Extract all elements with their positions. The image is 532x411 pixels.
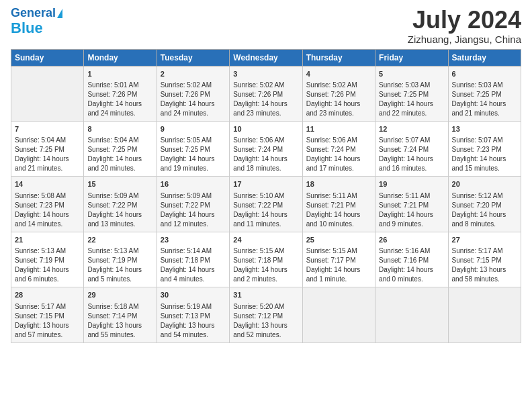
main-container: General Blue July 2024 Zizhuang, Jiangsu… xyxy=(0,0,532,350)
day-info: Sunrise: 5:20 AM Sunset: 7:12 PM Dayligh… xyxy=(233,302,298,340)
day-number: 26 xyxy=(379,235,444,245)
day-number: 14 xyxy=(15,179,80,189)
day-number: 9 xyxy=(161,124,226,134)
day-cell: 21Sunrise: 5:13 AM Sunset: 7:19 PM Dayli… xyxy=(11,232,84,287)
logo-text-blue: Blue xyxy=(11,20,43,36)
day-cell: 23Sunrise: 5:14 AM Sunset: 7:18 PM Dayli… xyxy=(157,232,229,287)
day-number: 30 xyxy=(161,290,226,300)
day-info: Sunrise: 5:05 AM Sunset: 7:25 PM Dayligh… xyxy=(161,136,226,173)
header: General Blue July 2024 Zizhuang, Jiangsu… xyxy=(11,7,521,45)
logo: General Blue xyxy=(11,7,62,36)
day-info: Sunrise: 5:04 AM Sunset: 7:25 PM Dayligh… xyxy=(87,136,152,173)
location: Zizhuang, Jiangsu, China xyxy=(408,34,521,45)
day-info: Sunrise: 5:17 AM Sunset: 7:15 PM Dayligh… xyxy=(452,246,517,284)
calendar-table: SundayMondayTuesdayWednesdayThursdayFrid… xyxy=(11,49,521,343)
week-row-2: 7Sunrise: 5:04 AM Sunset: 7:25 PM Daylig… xyxy=(11,121,521,176)
day-number: 28 xyxy=(15,290,80,300)
week-row-5: 28Sunrise: 5:17 AM Sunset: 7:15 PM Dayli… xyxy=(11,287,521,342)
day-info: Sunrise: 5:10 AM Sunset: 7:22 PM Dayligh… xyxy=(233,191,298,229)
day-number: 13 xyxy=(452,124,517,134)
header-day-wednesday: Wednesday xyxy=(230,49,302,66)
day-number: 29 xyxy=(87,290,152,300)
day-cell: 6Sunrise: 5:03 AM Sunset: 7:25 PM Daylig… xyxy=(448,66,521,121)
day-cell: 13Sunrise: 5:07 AM Sunset: 7:23 PM Dayli… xyxy=(448,121,521,176)
day-cell: 17Sunrise: 5:10 AM Sunset: 7:22 PM Dayli… xyxy=(230,177,302,232)
day-number: 6 xyxy=(452,69,517,79)
day-cell: 29Sunrise: 5:18 AM Sunset: 7:14 PM Dayli… xyxy=(84,287,157,342)
day-cell: 1Sunrise: 5:01 AM Sunset: 7:26 PM Daylig… xyxy=(84,66,157,121)
month-title: July 2024 xyxy=(408,7,521,34)
day-info: Sunrise: 5:13 AM Sunset: 7:19 PM Dayligh… xyxy=(15,246,80,284)
day-info: Sunrise: 5:11 AM Sunset: 7:21 PM Dayligh… xyxy=(306,191,371,229)
day-info: Sunrise: 5:09 AM Sunset: 7:22 PM Dayligh… xyxy=(161,191,226,229)
day-number: 4 xyxy=(306,69,371,79)
day-cell: 8Sunrise: 5:04 AM Sunset: 7:25 PM Daylig… xyxy=(84,121,157,176)
day-cell: 27Sunrise: 5:17 AM Sunset: 7:15 PM Dayli… xyxy=(448,232,521,287)
header-day-sunday: Sunday xyxy=(11,49,84,66)
day-cell xyxy=(11,66,84,121)
week-row-1: 1Sunrise: 5:01 AM Sunset: 7:26 PM Daylig… xyxy=(11,66,521,121)
day-info: Sunrise: 5:18 AM Sunset: 7:14 PM Dayligh… xyxy=(87,302,152,340)
day-number: 19 xyxy=(379,179,444,189)
day-number: 27 xyxy=(452,235,517,245)
day-info: Sunrise: 5:12 AM Sunset: 7:20 PM Dayligh… xyxy=(452,191,517,229)
day-number: 5 xyxy=(379,69,444,79)
week-row-3: 14Sunrise: 5:08 AM Sunset: 7:23 PM Dayli… xyxy=(11,177,521,232)
title-block: July 2024 Zizhuang, Jiangsu, China xyxy=(408,7,521,45)
day-number: 10 xyxy=(233,124,298,134)
day-number: 22 xyxy=(87,235,152,245)
day-cell: 3Sunrise: 5:02 AM Sunset: 7:26 PM Daylig… xyxy=(230,66,302,121)
day-cell: 7Sunrise: 5:04 AM Sunset: 7:25 PM Daylig… xyxy=(11,121,84,176)
day-number: 18 xyxy=(306,179,371,189)
day-cell xyxy=(302,287,375,342)
header-day-tuesday: Tuesday xyxy=(157,49,229,66)
day-number: 1 xyxy=(87,69,152,79)
day-number: 17 xyxy=(233,179,298,189)
day-number: 31 xyxy=(233,290,298,300)
day-cell: 18Sunrise: 5:11 AM Sunset: 7:21 PM Dayli… xyxy=(302,177,375,232)
header-day-saturday: Saturday xyxy=(448,49,521,66)
day-cell: 20Sunrise: 5:12 AM Sunset: 7:20 PM Dayli… xyxy=(448,177,521,232)
header-day-thursday: Thursday xyxy=(302,49,375,66)
day-info: Sunrise: 5:07 AM Sunset: 7:23 PM Dayligh… xyxy=(452,136,517,173)
day-number: 3 xyxy=(233,69,298,79)
day-info: Sunrise: 5:11 AM Sunset: 7:21 PM Dayligh… xyxy=(379,191,444,229)
day-number: 20 xyxy=(452,179,517,189)
day-info: Sunrise: 5:01 AM Sunset: 7:26 PM Dayligh… xyxy=(87,81,152,118)
day-number: 15 xyxy=(87,179,152,189)
header-row: SundayMondayTuesdayWednesdayThursdayFrid… xyxy=(11,49,521,66)
day-cell: 28Sunrise: 5:17 AM Sunset: 7:15 PM Dayli… xyxy=(11,287,84,342)
day-cell: 31Sunrise: 5:20 AM Sunset: 7:12 PM Dayli… xyxy=(230,287,302,342)
day-number: 16 xyxy=(161,179,226,189)
week-row-4: 21Sunrise: 5:13 AM Sunset: 7:19 PM Dayli… xyxy=(11,232,521,287)
day-info: Sunrise: 5:06 AM Sunset: 7:24 PM Dayligh… xyxy=(233,136,298,173)
day-info: Sunrise: 5:15 AM Sunset: 7:18 PM Dayligh… xyxy=(233,246,298,284)
day-cell: 16Sunrise: 5:09 AM Sunset: 7:22 PM Dayli… xyxy=(157,177,229,232)
day-cell: 25Sunrise: 5:15 AM Sunset: 7:17 PM Dayli… xyxy=(302,232,375,287)
day-number: 21 xyxy=(15,235,80,245)
day-info: Sunrise: 5:09 AM Sunset: 7:22 PM Dayligh… xyxy=(87,191,152,229)
day-info: Sunrise: 5:03 AM Sunset: 7:25 PM Dayligh… xyxy=(379,81,444,118)
day-number: 11 xyxy=(306,124,371,134)
day-info: Sunrise: 5:14 AM Sunset: 7:18 PM Dayligh… xyxy=(161,246,226,284)
day-info: Sunrise: 5:15 AM Sunset: 7:17 PM Dayligh… xyxy=(306,246,371,284)
day-cell: 4Sunrise: 5:02 AM Sunset: 7:26 PM Daylig… xyxy=(302,66,375,121)
day-info: Sunrise: 5:16 AM Sunset: 7:16 PM Dayligh… xyxy=(379,246,444,284)
day-cell: 5Sunrise: 5:03 AM Sunset: 7:25 PM Daylig… xyxy=(375,66,448,121)
day-info: Sunrise: 5:07 AM Sunset: 7:24 PM Dayligh… xyxy=(379,136,444,173)
day-info: Sunrise: 5:02 AM Sunset: 7:26 PM Dayligh… xyxy=(161,81,226,118)
day-cell: 11Sunrise: 5:06 AM Sunset: 7:24 PM Dayli… xyxy=(302,121,375,176)
day-cell: 22Sunrise: 5:13 AM Sunset: 7:19 PM Dayli… xyxy=(84,232,157,287)
day-info: Sunrise: 5:19 AM Sunset: 7:13 PM Dayligh… xyxy=(161,302,226,340)
header-day-monday: Monday xyxy=(84,49,157,66)
header-day-friday: Friday xyxy=(375,49,448,66)
day-number: 8 xyxy=(87,124,152,134)
day-info: Sunrise: 5:08 AM Sunset: 7:23 PM Dayligh… xyxy=(15,191,80,229)
logo-text-general: General xyxy=(11,7,56,20)
day-info: Sunrise: 5:02 AM Sunset: 7:26 PM Dayligh… xyxy=(306,81,371,118)
day-number: 25 xyxy=(306,235,371,245)
day-cell: 24Sunrise: 5:15 AM Sunset: 7:18 PM Dayli… xyxy=(230,232,302,287)
day-cell xyxy=(375,287,448,342)
day-info: Sunrise: 5:06 AM Sunset: 7:24 PM Dayligh… xyxy=(306,136,371,173)
day-cell: 10Sunrise: 5:06 AM Sunset: 7:24 PM Dayli… xyxy=(230,121,302,176)
